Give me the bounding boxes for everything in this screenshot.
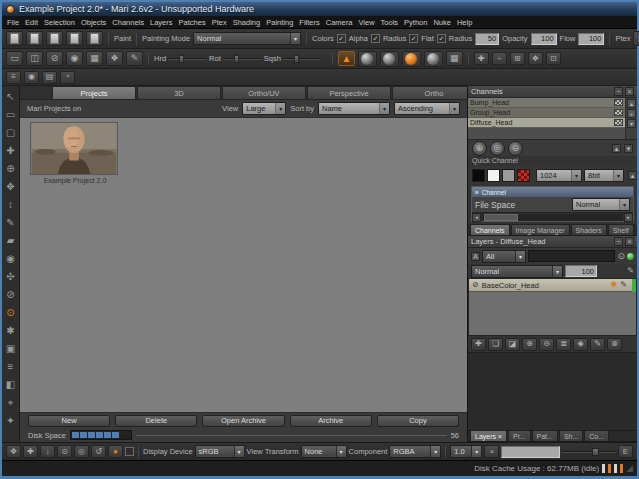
title-bar[interactable]: Example Project 2.0* - Mari 2.6v2 - Unsu… xyxy=(2,2,637,16)
snap-toggle[interactable] xyxy=(125,447,134,456)
slider-handle[interactable] xyxy=(294,55,299,63)
move-tool-icon[interactable]: ✚ xyxy=(4,144,18,158)
black-swatch[interactable] xyxy=(472,169,485,182)
opacity-field[interactable]: 100 xyxy=(531,33,557,45)
clone-tool-icon[interactable]: ◉ xyxy=(4,252,18,266)
star-tool-icon[interactable]: ✦ xyxy=(4,414,18,428)
current-color-swatch[interactable] xyxy=(517,169,530,182)
symmetry-button[interactable]: ❖ xyxy=(528,52,543,65)
menu-layers[interactable]: Layers xyxy=(147,18,176,27)
tab-shelf[interactable]: Shelf xyxy=(608,224,634,235)
tab-shaders-dock[interactable]: Sh... xyxy=(559,430,583,441)
import-archive-button[interactable] xyxy=(66,31,83,46)
exposure-button[interactable]: E xyxy=(618,445,633,458)
resize-grip-icon[interactable]: ◢ xyxy=(626,464,633,473)
snapshot-channel-button[interactable]: ◎ xyxy=(490,141,505,156)
slider-handle[interactable] xyxy=(592,448,599,456)
sort-order-select[interactable]: Ascending ▾ xyxy=(394,102,460,115)
close-icon[interactable]: × xyxy=(625,87,634,96)
open-project-button[interactable] xyxy=(26,31,43,46)
menu-tool-icon[interactable]: ≡ xyxy=(4,360,18,374)
flat-lighting-button[interactable] xyxy=(358,51,377,67)
duplicate-layer-button[interactable]: ❏ xyxy=(488,338,503,351)
menu-selection[interactable]: Selection xyxy=(41,18,78,27)
slider-handle[interactable] xyxy=(234,55,239,63)
gain-select[interactable]: 1.0 ▾ xyxy=(450,445,482,458)
layer-filter-select[interactable]: All ▾ xyxy=(482,250,526,263)
scroll-right-icon[interactable]: ▸ xyxy=(624,213,633,222)
history-panel-button[interactable]: ◔ xyxy=(60,71,75,84)
tab-layers[interactable]: Layers × xyxy=(470,430,507,441)
layers-palette-header[interactable]: Layers - Diffuse_Head − × xyxy=(468,236,637,248)
remove-adjustment-button[interactable]: ⊖ xyxy=(539,338,554,351)
visibility-icon[interactable]: ⊘ xyxy=(472,281,479,289)
mask-button[interactable]: ⊘ xyxy=(46,51,63,66)
tab-perspective[interactable]: Perspective xyxy=(307,86,391,99)
new-project-button[interactable] xyxy=(6,31,23,46)
resize-tool-icon[interactable]: ↕ xyxy=(4,198,18,212)
transform-tool-icon[interactable]: ✥ xyxy=(4,180,18,194)
sort-by-select[interactable]: Name ▾ xyxy=(318,102,390,115)
copy-button[interactable]: Copy xyxy=(377,415,459,427)
tab-shaders[interactable]: Shaders xyxy=(571,224,607,235)
display-device-select[interactable]: sRGB ▾ xyxy=(195,445,245,458)
marquee-select-button[interactable]: ▭ xyxy=(6,51,23,66)
minimize-icon[interactable]: − xyxy=(614,87,623,96)
menu-channels[interactable]: Channels xyxy=(109,18,147,27)
add-channel-button[interactable]: ⊕ xyxy=(472,141,487,156)
export-archive-button[interactable] xyxy=(86,31,103,46)
tab-image-manager[interactable]: Image Manager xyxy=(511,224,570,235)
ptex-fill-button[interactable]: ▩ xyxy=(633,31,639,46)
basic-lighting-button[interactable] xyxy=(380,51,399,67)
file-space-select[interactable]: Normal ▾ xyxy=(572,198,630,211)
view-size-select[interactable]: Large ▾ xyxy=(242,102,286,115)
rotation-slider[interactable]: Rot xyxy=(209,54,261,63)
menu-tools[interactable]: Tools xyxy=(378,18,402,27)
blur-tool-icon[interactable]: ✱ xyxy=(4,324,18,338)
hand-button[interactable]: ● xyxy=(108,445,123,458)
target-icon[interactable]: ⊙ xyxy=(617,251,625,261)
menu-python[interactable]: Python xyxy=(401,18,430,27)
menu-camera[interactable]: Camera xyxy=(323,18,356,27)
lasso-select-button[interactable]: ◫ xyxy=(26,51,43,66)
scroll-down-icon[interactable]: ▾ xyxy=(627,119,636,128)
mirror-y-button[interactable]: ÷ xyxy=(492,52,507,65)
painting-mode-select[interactable]: Normal ▾ xyxy=(193,32,301,45)
auto-icon[interactable]: A xyxy=(471,252,480,261)
gizmo-button[interactable]: ❖ xyxy=(106,51,123,66)
component-select[interactable]: RGBA ▾ xyxy=(389,445,441,458)
add-icon[interactable]: + xyxy=(627,109,636,118)
crop-tool-icon[interactable]: ▢ xyxy=(4,126,18,140)
flat-checkbox[interactable]: ✓ xyxy=(437,34,446,43)
channels-palette-header[interactable]: Channels − × xyxy=(468,86,637,98)
grid-button[interactable]: ▦ xyxy=(86,51,103,66)
add-layer-button[interactable]: ✚ xyxy=(471,338,486,351)
pan-button[interactable]: ✥ xyxy=(6,445,21,458)
paint-layer-button[interactable]: ✎ xyxy=(590,338,605,351)
lut-field[interactable] xyxy=(501,446,560,458)
paint-mode-button[interactable]: ▲ xyxy=(338,51,355,66)
menu-help[interactable]: Help xyxy=(454,18,475,27)
projection-button[interactable]: ◉ xyxy=(66,51,83,66)
new-button[interactable]: New xyxy=(28,415,110,427)
channel-row[interactable]: Group_Head xyxy=(468,108,625,118)
tab-projects[interactable]: Projects xyxy=(52,86,136,99)
layers-panel-button[interactable]: ▤ xyxy=(42,71,57,84)
gamma-slider[interactable] xyxy=(562,446,616,458)
tab-channels[interactable]: Channels xyxy=(470,224,510,235)
scroll-up-icon[interactable]: ▴ xyxy=(627,99,636,108)
channel-size-select[interactable]: 1024 ▾ xyxy=(536,169,582,182)
tab-projectors[interactable]: Pr... xyxy=(508,430,530,441)
layer-search-field[interactable] xyxy=(528,250,615,262)
select-tool-icon[interactable]: ↖ xyxy=(4,90,18,104)
minimize-icon[interactable]: − xyxy=(614,237,623,246)
shader-layer-button[interactable]: ◈ xyxy=(573,338,588,351)
reset-view-button[interactable]: ↺ xyxy=(91,445,106,458)
blend-mode-select[interactable]: Normal ▾ xyxy=(471,265,563,278)
target-tool-icon[interactable]: ⌖ xyxy=(4,396,18,410)
colors-panel-button[interactable]: ◉ xyxy=(24,71,39,84)
project-thumbnail[interactable] xyxy=(30,122,118,175)
hardness-slider[interactable]: Hrd xyxy=(154,54,206,63)
environment-lighting-button[interactable] xyxy=(424,51,443,67)
menu-shading[interactable]: Shading xyxy=(230,18,264,27)
